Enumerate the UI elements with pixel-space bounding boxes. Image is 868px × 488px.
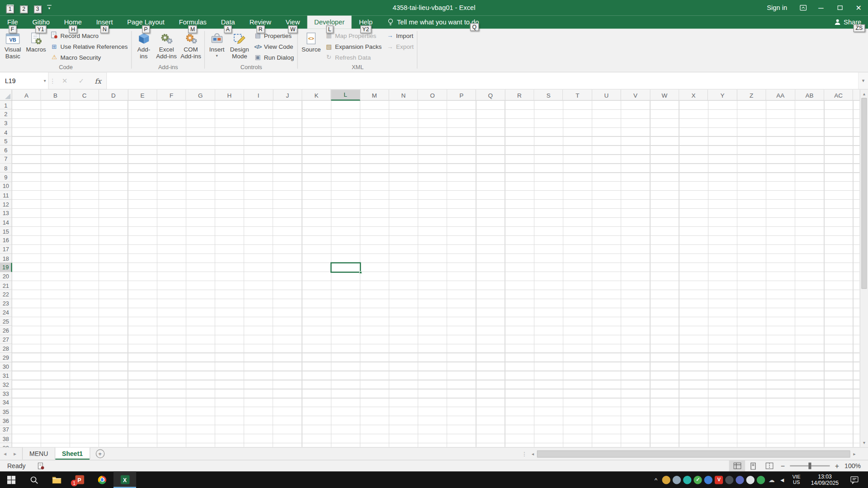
- close-button[interactable]: ✕: [849, 0, 868, 15]
- column-header-n[interactable]: N: [389, 89, 418, 100]
- tray-app-green-icon[interactable]: [757, 475, 765, 483]
- row-header-36[interactable]: 36: [0, 416, 12, 425]
- row-header-35[interactable]: 35: [0, 407, 12, 416]
- column-header-y[interactable]: Y: [708, 89, 737, 100]
- fill-handle[interactable]: [359, 271, 362, 274]
- column-header-l[interactable]: L: [331, 89, 360, 100]
- sign-in-button[interactable]: Sign in: [759, 4, 795, 12]
- export-button[interactable]: → Export: [384, 41, 416, 52]
- sheet-nav-right-button[interactable]: ►: [10, 448, 20, 460]
- macro-record-button[interactable]: [38, 462, 45, 469]
- tray-app-dark-icon[interactable]: [726, 475, 734, 483]
- formula-bar-splitter[interactable]: ⋮: [49, 72, 57, 89]
- name-box-dropdown-icon[interactable]: ▾: [44, 78, 46, 83]
- run-dialog-button[interactable]: ▣ Run Dialog: [252, 52, 296, 63]
- expansion-packs-button[interactable]: ▧ Expansion Packs: [323, 41, 384, 52]
- view-normal-button[interactable]: [729, 460, 745, 471]
- column-header-t[interactable]: T: [563, 89, 592, 100]
- column-header-i[interactable]: I: [244, 89, 273, 100]
- hidden-icons-chevron-icon[interactable]: ^: [652, 475, 660, 483]
- row-header-12[interactable]: 12: [0, 200, 12, 209]
- row-header-19[interactable]: 19: [0, 263, 12, 272]
- row-header-20[interactable]: 20: [0, 272, 12, 281]
- tray-app-teal-icon[interactable]: [684, 475, 692, 483]
- new-sheet-button[interactable]: +: [95, 449, 104, 458]
- minimize-button[interactable]: ─: [811, 0, 830, 15]
- scroll-down-button[interactable]: ▼: [860, 439, 868, 447]
- view-page-break-button[interactable]: [761, 460, 778, 471]
- tray-app-gray-icon[interactable]: [673, 475, 681, 483]
- row-header-22[interactable]: 22: [0, 290, 12, 299]
- name-box[interactable]: L19 ▾: [0, 72, 49, 89]
- zoom-slider[interactable]: [790, 465, 830, 466]
- zoom-in-button[interactable]: +: [831, 462, 842, 470]
- maximize-button[interactable]: [830, 0, 849, 15]
- row-header-17[interactable]: 17: [0, 245, 12, 254]
- column-header-v[interactable]: V: [621, 89, 650, 100]
- row-header-31[interactable]: 31: [0, 371, 12, 380]
- column-header-p[interactable]: P: [447, 89, 476, 100]
- enter-button[interactable]: ✓: [73, 72, 90, 89]
- column-header-q[interactable]: Q: [476, 89, 505, 100]
- row-header-16[interactable]: 16: [0, 236, 12, 245]
- row-header-33[interactable]: 33: [0, 389, 12, 398]
- com-addins-button[interactable]: COM Add-ins: [179, 30, 203, 63]
- column-header-a[interactable]: A: [12, 89, 41, 100]
- column-header-aa[interactable]: AA: [766, 89, 795, 100]
- macro-security-button[interactable]: ⚠ Macro Security: [48, 52, 130, 63]
- scroll-right-button[interactable]: ►: [850, 450, 859, 458]
- row-header-34[interactable]: 34: [0, 398, 12, 407]
- taskbar-clock[interactable]: 13:03 14/09/2025: [807, 474, 843, 486]
- select-all-button[interactable]: [0, 89, 12, 100]
- row-header-18[interactable]: 18: [0, 254, 12, 263]
- zoom-out-button[interactable]: −: [777, 462, 788, 470]
- row-header-37[interactable]: 37: [0, 425, 12, 434]
- column-header-e[interactable]: E: [128, 89, 157, 100]
- tray-app-blue-icon[interactable]: [704, 475, 712, 483]
- tell-me-button[interactable]: Tell me what you want to do: [387, 15, 479, 28]
- record-macro-button[interactable]: Record Macro: [48, 30, 130, 41]
- design-mode-button[interactable]: Design Mode: [227, 30, 252, 63]
- row-header-6[interactable]: 6: [0, 146, 12, 155]
- row-header-39[interactable]: 39: [0, 443, 12, 447]
- row-header-13[interactable]: 13: [0, 209, 12, 218]
- row-header-8[interactable]: 8: [0, 164, 12, 173]
- column-header-k[interactable]: K: [302, 89, 331, 100]
- column-header-b[interactable]: B: [41, 89, 70, 100]
- row-header-25[interactable]: 25: [0, 317, 12, 326]
- row-header-9[interactable]: 9: [0, 173, 12, 182]
- language-indicator[interactable]: VIE US: [788, 474, 804, 485]
- horizontal-scroll-thumb[interactable]: [537, 450, 850, 457]
- column-header-x[interactable]: X: [679, 89, 708, 100]
- security-shield-check-icon[interactable]: ✓: [694, 475, 702, 483]
- source-button[interactable]: <> Source: [300, 30, 323, 63]
- column-header-f[interactable]: F: [157, 89, 186, 100]
- file-explorer-button[interactable]: [45, 471, 68, 488]
- row-header-30[interactable]: 30: [0, 362, 12, 371]
- tab-scrollbar-splitter[interactable]: ⋮: [520, 448, 528, 460]
- import-button[interactable]: → Import: [384, 30, 416, 41]
- row-header-5[interactable]: 5: [0, 137, 12, 146]
- macros-button[interactable]: Macros: [24, 30, 48, 63]
- column-header-z[interactable]: Z: [737, 89, 766, 100]
- row-header-21[interactable]: 21: [0, 281, 12, 290]
- row-header-10[interactable]: 10: [0, 182, 12, 191]
- column-header-s[interactable]: S: [534, 89, 563, 100]
- use-relative-references-button[interactable]: ⊞ Use Relative References: [48, 41, 130, 52]
- insert-function-button[interactable]: fx: [90, 72, 106, 89]
- column-header-j[interactable]: J: [273, 89, 302, 100]
- zoom-slider-thumb[interactable]: [808, 463, 811, 469]
- taskbar-search-button[interactable]: [23, 471, 45, 488]
- excel-addins-button[interactable]: Excel Add-ins: [154, 30, 179, 63]
- ribbon-display-options-button[interactable]: [795, 0, 811, 15]
- column-header-w[interactable]: W: [650, 89, 679, 100]
- row-header-23[interactable]: 23: [0, 299, 12, 308]
- insert-dropdown-arrow-icon[interactable]: ▾: [216, 53, 217, 58]
- row-header-14[interactable]: 14: [0, 218, 12, 227]
- vertical-scrollbar[interactable]: ▲ ▼: [860, 89, 868, 447]
- column-header-u[interactable]: U: [592, 89, 621, 100]
- row-header-1[interactable]: 1: [0, 101, 12, 110]
- zoom-level[interactable]: 100%: [843, 463, 868, 469]
- column-header-c[interactable]: C: [70, 89, 99, 100]
- scroll-left-button[interactable]: ◄: [528, 450, 537, 458]
